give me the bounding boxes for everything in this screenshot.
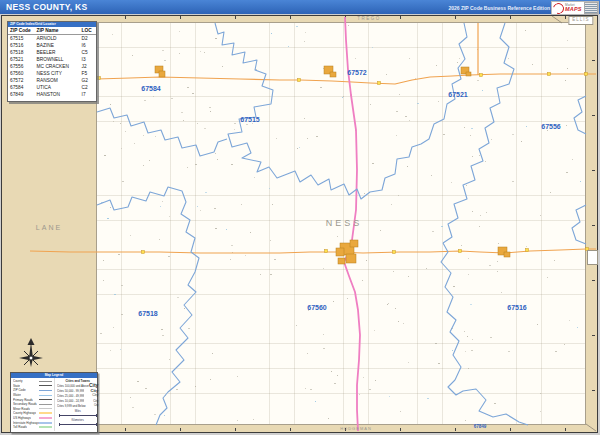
zip-table-cell: 67521 xyxy=(8,56,35,63)
zip-table-header: ZIP Code ZIP Name LOC xyxy=(8,27,96,34)
zip-table-row: 67556MC CRACKENJ2 xyxy=(8,63,96,70)
zip-table-cell: C5 xyxy=(80,49,96,56)
logo-text-bottom: MAPS xyxy=(565,7,582,13)
neighbor-label-notch xyxy=(587,250,598,265)
legend-line-sample xyxy=(39,408,52,409)
zip-table-cell: BROWNELL xyxy=(35,56,80,63)
grid-tick xyxy=(125,428,126,431)
grid-tick xyxy=(592,60,595,61)
grid-tick xyxy=(345,428,346,431)
grid-tick xyxy=(180,16,181,19)
zip-table-cell: NESS CITY xyxy=(35,70,80,77)
zip-table-cell: RANSOM xyxy=(35,77,80,84)
grid-tick xyxy=(565,16,566,19)
col-zip-name: ZIP Name xyxy=(35,27,80,34)
zip-table-cell: HANSTON xyxy=(35,91,80,98)
zip-table-cell: F5 xyxy=(80,70,96,77)
legend-line-sample xyxy=(39,422,52,424)
zip-table-cell: 67515 xyxy=(8,34,35,42)
zip-table-row: 67515ARNOLDD2 xyxy=(8,34,96,42)
zip-table-cell: I6 xyxy=(80,42,96,49)
col-zip-code: ZIP Code xyxy=(8,27,35,34)
grid-tick xyxy=(592,335,595,336)
zip-table-cell: D2 xyxy=(80,34,96,42)
zip-table-cell: 67516 xyxy=(8,42,35,49)
legend-cities: Cities and Towns Cities 100,000 and Abov… xyxy=(55,378,100,431)
grid-tick xyxy=(345,16,346,19)
zip-table-row: 67521BROWNELLI3 xyxy=(8,56,96,63)
zip-table-cell: 67560 xyxy=(8,70,35,77)
zip-table-row: 67849HANSTONI7 xyxy=(8,91,96,98)
zip-table-cell: J2 xyxy=(80,63,96,70)
grid-tick xyxy=(235,428,236,431)
zip-table-cell: 67518 xyxy=(8,49,35,56)
legend-line-samples: CountyStateZIP CodeWaterPrimary RoadsSec… xyxy=(11,378,55,431)
legend-city-sample: City xyxy=(94,405,98,408)
legend-city-sample: City xyxy=(92,394,98,398)
legend-line-sample xyxy=(39,417,52,419)
zip-table-cell: 67572 xyxy=(8,77,35,84)
grid-tick xyxy=(290,428,291,431)
zip-table-cell: I7 xyxy=(80,91,96,98)
legend-line-sample xyxy=(39,390,52,391)
zip-table-cell: 67556 xyxy=(8,63,35,70)
grid-tick xyxy=(400,16,401,19)
grid-tick xyxy=(455,428,456,431)
zip-table-cell: I3 xyxy=(80,56,96,63)
legend-line-sample xyxy=(39,381,52,382)
zip-table-row: 67560NESS CITYF5 xyxy=(8,70,96,77)
zip-table-cell: C2 xyxy=(80,84,96,91)
zip-table-row: 67518BEELERC5 xyxy=(8,49,96,56)
legend-line-sample xyxy=(39,404,52,405)
edition-label: 2026 ZIP Code Business Reference Edition xyxy=(448,5,550,11)
marketmaps-logo: Market MAPS xyxy=(551,1,599,15)
grid-tick xyxy=(125,16,126,19)
legend-city-item: Cities 9,999 and BelowCity xyxy=(55,404,100,409)
zip-table-cell: ARNOLD xyxy=(35,34,80,42)
legend-line-sample xyxy=(39,412,52,414)
zip-table-row: 67584UTICAC2 xyxy=(8,84,96,91)
legend-line-sample xyxy=(39,399,52,400)
legend-line-sample xyxy=(39,385,52,386)
grid-tick xyxy=(592,170,595,171)
grid-tick xyxy=(455,16,456,19)
legend-line-sample xyxy=(39,426,52,428)
zip-table-cell: G2 xyxy=(80,77,96,84)
compass-rose-icon xyxy=(14,337,48,375)
county-map-area xyxy=(96,22,586,425)
legend-city-sample: City xyxy=(93,400,98,403)
grid-tick xyxy=(592,225,595,226)
legend-line-sample xyxy=(39,395,52,396)
zip-table-cell: UTICA xyxy=(35,84,80,91)
map-page: 6758467515675726752167556675606751867516… xyxy=(0,0,600,435)
grid-tick xyxy=(400,428,401,431)
zip-table-cell: 67584 xyxy=(8,84,35,91)
legend-line-item: Toll Roads xyxy=(11,425,54,430)
zip-table-row: 67516BAZINEI6 xyxy=(8,42,96,49)
grid-tick xyxy=(235,16,236,19)
grid-tick xyxy=(510,428,511,431)
zip-table-cell: 67849 xyxy=(8,91,35,98)
logo-fineprint-box xyxy=(584,2,598,14)
grid-tick xyxy=(565,428,566,431)
grid-tick xyxy=(180,428,181,431)
grid-tick xyxy=(290,16,291,19)
grid-tick xyxy=(592,280,595,281)
zip-index-table: ZIP Code Index/Grid Locator ZIP Code ZIP… xyxy=(7,21,97,102)
logo-globe-icon xyxy=(551,0,566,15)
grid-tick xyxy=(592,390,595,391)
zip-table-cell: BAZINE xyxy=(35,42,80,49)
zip-table-cell: BEELER xyxy=(35,49,80,56)
map-legend: Map Legend CountyStateZIP CodeWaterPrima… xyxy=(10,372,98,433)
grid-tick xyxy=(592,115,595,116)
zip-table-row: 67572RANSOMG2 xyxy=(8,77,96,84)
page-title: NESS COUNTY, KS xyxy=(6,2,88,12)
legend-scale-bar: Kilometers xyxy=(59,419,96,427)
legend-scale-bar: Miles xyxy=(59,410,96,418)
grid-tick xyxy=(510,16,511,19)
zip-table-cell: MC CRACKEN xyxy=(35,63,80,70)
title-bar: NESS COUNTY, KS 2026 ZIP Code Business R… xyxy=(0,0,600,14)
col-loc: LOC xyxy=(80,27,96,34)
